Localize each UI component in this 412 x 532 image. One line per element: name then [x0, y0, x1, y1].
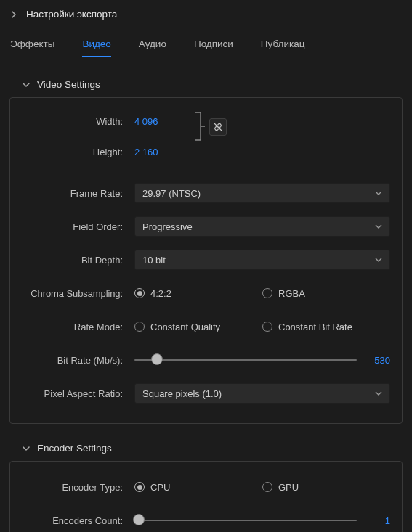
tab-effects[interactable]: Эффекты [10, 34, 54, 57]
dimensions-group: Width: 4 096 Height: 2 160 [22, 111, 390, 162]
dropdown-pixel-aspect-ratio[interactable]: Square pixels (1.0) [134, 383, 390, 404]
label-frame-rate: Frame Rate: [22, 188, 134, 199]
row-bit-depth: Bit Depth: 10 bit [22, 247, 390, 272]
section-title-video: Video Settings [37, 79, 100, 90]
radio-label: RGBA [278, 288, 305, 299]
chevron-down-icon [375, 391, 382, 396]
radio-rate-cq[interactable] [134, 322, 145, 332]
chevron-down-icon [375, 191, 382, 196]
label-chroma-subsampling: Chroma Subsampling: [22, 288, 134, 299]
section-header-video[interactable]: Video Settings [9, 79, 403, 97]
value-height[interactable]: 2 160 [134, 147, 158, 157]
radio-chroma-422[interactable] [134, 288, 145, 298]
label-height: Height: [22, 147, 134, 157]
tab-video[interactable]: Видео [82, 34, 110, 57]
radio-encoder-gpu[interactable] [262, 482, 272, 492]
slider-track [134, 359, 357, 361]
row-encoder-type: Encoder Type: CPU GPU [22, 475, 390, 499]
row-chroma-subsampling: Chroma Subsampling: 4:2:2 RGBA [22, 281, 390, 306]
chevron-down-icon [375, 224, 382, 229]
row-bit-rate: Bit Rate (Mb/s): 530 [22, 348, 390, 372]
tab-captions[interactable]: Подписи [194, 34, 233, 57]
radio-chroma-rgba[interactable] [262, 288, 272, 298]
slider-thumb[interactable] [133, 514, 145, 525]
radio-label: Constant Bit Rate [278, 322, 352, 332]
slider-thumb[interactable] [151, 353, 163, 365]
value-bit-rate[interactable]: 530 [367, 355, 390, 366]
dropdown-value: 29.97 (NTSC) [142, 188, 201, 199]
label-encoders-count: Encoders Count: [22, 515, 134, 526]
label-pixel-aspect-ratio: Pixel Aspect Ratio: [22, 388, 134, 399]
row-frame-rate: Frame Rate: 29.97 (NTSC) [22, 181, 390, 205]
radio-label: GPU [278, 482, 299, 493]
label-bit-rate: Bit Rate (Mb/s): [22, 355, 134, 366]
unlink-icon [212, 122, 224, 132]
panel-title: Настройки экспорта [26, 9, 117, 20]
chevron-right-icon[interactable] [10, 11, 17, 18]
export-settings-panel: Настройки экспорта Эффекты Видео Аудио П… [0, 0, 412, 532]
chevron-down-icon [23, 446, 30, 451]
value-width[interactable]: 4 096 [134, 116, 158, 127]
radio-encoder-cpu[interactable] [134, 482, 145, 492]
label-width: Width: [22, 116, 134, 127]
constrain-proportions-button[interactable] [209, 118, 227, 136]
row-field-order: Field Order: Progressive [22, 214, 390, 239]
slider-track [134, 520, 357, 521]
radio-label: Constant Quality [150, 322, 220, 332]
dropdown-value: Progressive [142, 221, 193, 232]
row-pixel-aspect-ratio: Pixel Aspect Ratio: Square pixels (1.0) [22, 381, 390, 406]
chevron-down-icon [375, 258, 382, 263]
section-header-encoder[interactable]: Encoder Settings [9, 443, 403, 461]
radio-rate-cbr[interactable] [262, 322, 272, 332]
label-field-order: Field Order: [22, 221, 134, 232]
panel-header: Настройки экспорта [0, 0, 412, 31]
label-bit-depth: Bit Depth: [22, 255, 134, 266]
radio-label: 4:2:2 [150, 288, 171, 299]
chevron-down-icon [23, 82, 30, 88]
label-encoder-type: Encoder Type: [22, 482, 134, 493]
row-rate-mode: Rate Mode: Constant Quality Constant Bit… [22, 314, 390, 339]
slider-bit-rate[interactable] [134, 353, 357, 367]
radio-label: CPU [150, 482, 170, 493]
dropdown-value: 10 bit [142, 255, 166, 266]
encoder-settings-body: Encoder Type: CPU GPU Encoders Count: [9, 461, 403, 532]
video-settings-body: Width: 4 096 Height: 2 160 [9, 97, 403, 424]
row-height: Height: 2 160 [22, 142, 390, 162]
row-width: Width: 4 096 [22, 111, 390, 131]
label-rate-mode: Rate Mode: [22, 322, 134, 332]
slider-encoders-count[interactable] [134, 514, 357, 527]
row-encoders-count: Encoders Count: 1 [22, 508, 390, 532]
tab-publish[interactable]: Публикац [261, 34, 305, 57]
tab-audio[interactable]: Аудио [139, 34, 166, 57]
dropdown-bit-depth[interactable]: 10 bit [134, 250, 390, 270]
dropdown-field-order[interactable]: Progressive [134, 216, 390, 237]
dropdown-value: Square pixels (1.0) [142, 388, 222, 399]
tab-bar: Эффекты Видео Аудио Подписи Публикац [0, 31, 412, 57]
value-encoders-count[interactable]: 1 [367, 515, 390, 526]
dropdown-frame-rate[interactable]: 29.97 (NTSC) [134, 183, 390, 203]
section-title-encoder: Encoder Settings [37, 443, 112, 454]
